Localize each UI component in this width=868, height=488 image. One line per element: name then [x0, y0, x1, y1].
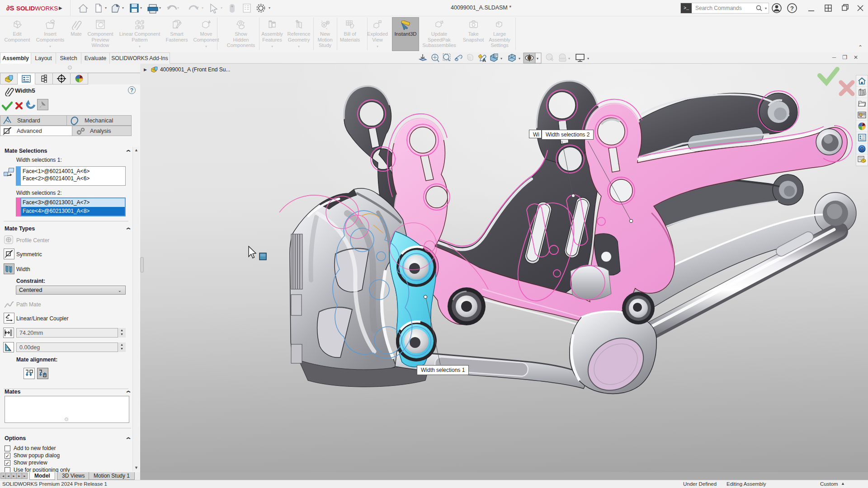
svg-text:∂S: ∂S — [6, 4, 14, 12]
svg-text:▾: ▾ — [122, 6, 124, 10]
svg-text:▾: ▾ — [519, 56, 520, 61]
svg-text:SOLIDWORKS: SOLIDWORKS — [16, 5, 58, 12]
svg-text:▾: ▾ — [500, 56, 502, 61]
svg-text:▾: ▾ — [221, 6, 222, 10]
svg-text:▾: ▾ — [140, 6, 142, 10]
svg-text:A: A — [482, 57, 486, 63]
svg-text:▾: ▾ — [587, 56, 589, 61]
svg-text:▾: ▾ — [568, 56, 570, 61]
svg-text:▾: ▾ — [177, 6, 179, 10]
svg-text:▾: ▾ — [537, 56, 538, 61]
svg-text:▾: ▾ — [105, 6, 107, 10]
svg-text:▾: ▾ — [269, 6, 270, 10]
svg-text:▾: ▾ — [202, 6, 203, 10]
svg-text:▾: ▾ — [159, 6, 161, 10]
svg-text:?: ? — [790, 5, 794, 12]
